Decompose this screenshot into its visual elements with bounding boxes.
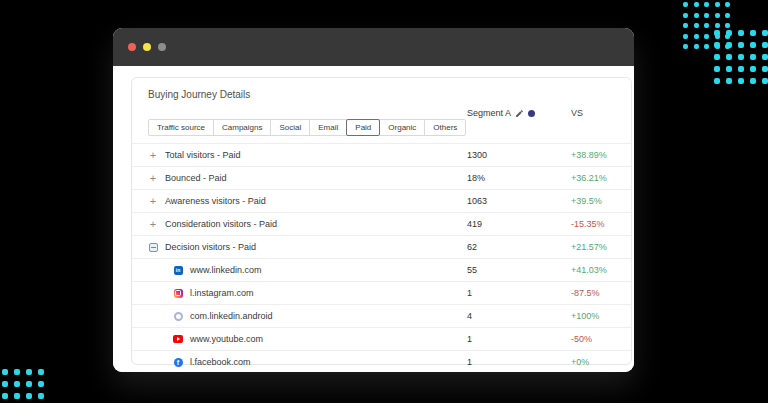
vs-change-value: -87.5%	[571, 288, 600, 298]
vs-change-value: +38.89%	[571, 150, 607, 160]
tab-social[interactable]: Social	[270, 119, 310, 136]
tab-others[interactable]: Others	[424, 119, 466, 136]
facebook-icon: f	[173, 357, 183, 367]
vs-column-header: VS	[571, 108, 583, 118]
window-titlebar	[113, 28, 634, 66]
segment-a-value: 62	[467, 242, 477, 252]
page-background: { "window": { "traffic_lights": [ {"name…	[0, 0, 768, 403]
row-label: l.facebook.com	[190, 357, 251, 367]
row-label: www.linkedin.com	[190, 265, 262, 275]
segment-a-value: 1	[467, 357, 472, 367]
vs-change-value: +100%	[571, 311, 599, 321]
table-row[interactable]: +Awareness visitors - Paid1063+39.5%	[132, 189, 631, 212]
vs-change-value: +41.03%	[571, 265, 607, 275]
row-label: l.instagram.com	[190, 288, 254, 298]
row-label: Bounced - Paid	[165, 173, 227, 183]
instagram-icon	[173, 288, 183, 298]
buying-journey-card: Buying Journey Details Segment A VS Traf…	[131, 77, 632, 365]
expand-icon[interactable]: +	[148, 150, 158, 160]
traffic-source-tabs: Traffic sourceCampaignsSocialEmailPaidOr…	[148, 119, 466, 136]
row-label: Consideration visitors - Paid	[165, 219, 277, 229]
linkedin-icon: in	[173, 265, 183, 275]
tab-paid[interactable]: Paid	[346, 119, 380, 136]
minimize-button[interactable]	[143, 43, 151, 51]
segment-a-value: 1063	[467, 196, 487, 206]
tab-campaigns[interactable]: Campaigns	[213, 119, 271, 136]
segment-a-value: 1300	[467, 150, 487, 160]
close-button[interactable]	[128, 43, 136, 51]
row-label: Decision visitors - Paid	[165, 242, 256, 252]
segment-header: Segment A	[467, 108, 535, 118]
page-title: Buying Journey Details	[148, 89, 250, 100]
zoom-button[interactable]	[158, 43, 166, 51]
segment-color-dot	[528, 110, 535, 117]
row-label: com.linkedin.android	[190, 311, 273, 321]
segment-a-value: 18%	[467, 173, 485, 183]
vs-change-value: -50%	[571, 334, 592, 344]
youtube-icon	[173, 334, 183, 344]
tab-traffic-source[interactable]: Traffic source	[148, 119, 214, 136]
segment-a-value: 419	[467, 219, 482, 229]
segment-a-value: 1	[467, 288, 472, 298]
edit-segment-icon[interactable]	[515, 109, 524, 118]
table-row[interactable]: Decision visitors - Paid62+21.57%	[132, 235, 631, 258]
tab-email[interactable]: Email	[309, 119, 347, 136]
table-row[interactable]: com.linkedin.android4+100%	[132, 304, 631, 327]
decor-dots-top-right-b	[714, 30, 768, 84]
tab-organic[interactable]: Organic	[379, 119, 425, 136]
browser-window: Buying Journey Details Segment A VS Traf…	[113, 28, 634, 372]
row-label: www.youtube.com	[190, 334, 263, 344]
collapse-icon[interactable]	[148, 242, 158, 252]
journey-table: +Total visitors - Paid1300+38.89%+Bounce…	[132, 143, 631, 372]
row-label: Total visitors - Paid	[165, 150, 241, 160]
expand-icon[interactable]: +	[148, 196, 158, 206]
vs-change-value: +36.21%	[571, 173, 607, 183]
expand-icon[interactable]: +	[148, 173, 158, 183]
table-row[interactable]: +Bounced - Paid18%+36.21%	[132, 166, 631, 189]
vs-change-value: +0%	[571, 357, 589, 367]
segment-a-value: 55	[467, 265, 477, 275]
row-label: Awareness visitors - Paid	[165, 196, 266, 206]
segment-label: Segment A	[467, 108, 511, 118]
segment-a-value: 4	[467, 311, 472, 321]
table-row[interactable]: inwww.linkedin.com55+41.03%	[132, 258, 631, 281]
decor-dots-bottom-left	[2, 369, 44, 399]
table-row[interactable]: www.youtube.com1-50%	[132, 327, 631, 350]
table-row[interactable]: +Consideration visitors - Paid419-15.35%	[132, 212, 631, 235]
segment-a-value: 1	[467, 334, 472, 344]
expand-icon[interactable]: +	[148, 219, 158, 229]
window-content: Buying Journey Details Segment A VS Traf…	[113, 66, 634, 372]
vs-change-value: +21.57%	[571, 242, 607, 252]
table-row[interactable]: l.instagram.com1-87.5%	[132, 281, 631, 304]
linkedin-android-icon	[173, 311, 183, 321]
vs-change-value: +39.5%	[571, 196, 602, 206]
table-row[interactable]: fl.facebook.com1+0%	[132, 350, 631, 372]
vs-change-value: -15.35%	[571, 219, 605, 229]
table-row[interactable]: +Total visitors - Paid1300+38.89%	[132, 143, 631, 166]
